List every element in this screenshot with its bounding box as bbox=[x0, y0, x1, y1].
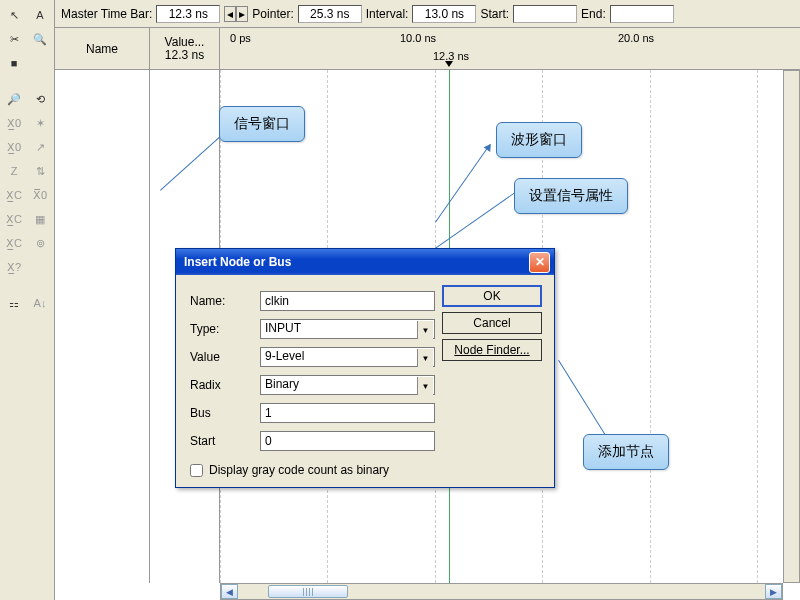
z-icon[interactable]: Z bbox=[2, 160, 26, 182]
type-label: Type: bbox=[190, 322, 260, 336]
name-label: Name: bbox=[190, 294, 260, 308]
type-combo[interactable]: INPUT▼ bbox=[260, 319, 435, 339]
pointer-label: Pointer: bbox=[252, 7, 293, 21]
pointer-field: 25.3 ns bbox=[298, 5, 362, 23]
xc-icon[interactable]: X̲C bbox=[2, 184, 26, 206]
sort-icon[interactable]: A↓ bbox=[28, 292, 52, 314]
horizontal-scrollbar[interactable]: ◀ ▶ bbox=[220, 583, 783, 600]
snow-icon[interactable]: ✶ bbox=[28, 112, 52, 134]
tick-1: 10.0 ns bbox=[400, 32, 436, 44]
scroll-left-icon[interactable]: ◀ bbox=[221, 584, 238, 599]
full-icon[interactable]: ■ bbox=[2, 52, 26, 74]
chevron-down-icon: ▼ bbox=[417, 321, 433, 339]
dialog-titlebar[interactable]: Insert Node or Bus ✕ bbox=[176, 249, 554, 275]
interval-field: 13.0 ns bbox=[412, 5, 476, 23]
value-combo[interactable]: 9-Level▼ bbox=[260, 347, 435, 367]
signal-panel[interactable] bbox=[55, 70, 150, 583]
find-icon[interactable]: 🔎 bbox=[2, 88, 26, 110]
vertical-scrollbar[interactable] bbox=[783, 70, 800, 583]
chevron-down-icon: ▼ bbox=[417, 349, 433, 367]
dialog-title: Insert Node or Bus bbox=[184, 255, 291, 269]
scroll-thumb[interactable] bbox=[268, 585, 348, 598]
callout-signal-window: 信号窗口 bbox=[219, 106, 305, 142]
master-time-stepper[interactable]: ◂▸ bbox=[224, 6, 248, 22]
qr-icon[interactable]: ⚏ bbox=[2, 292, 26, 314]
cancel-button[interactable]: Cancel bbox=[442, 312, 542, 334]
radix-label: Radix bbox=[190, 378, 260, 392]
radix-combo[interactable]: Binary▼ bbox=[260, 375, 435, 395]
bus-label: Bus bbox=[190, 406, 260, 420]
time-ruler[interactable]: 0 ps 10.0 ns 20.0 ns 12.3 ns bbox=[220, 28, 800, 69]
start-label: Start: bbox=[480, 7, 509, 21]
target-icon[interactable]: ⊚ bbox=[28, 232, 52, 254]
tick-0: 0 ps bbox=[230, 32, 251, 44]
value-label: Value bbox=[190, 350, 260, 364]
start-field[interactable] bbox=[260, 431, 435, 451]
refresh-icon[interactable]: ⟲ bbox=[28, 88, 52, 110]
insert-node-dialog: Insert Node or Bus ✕ Name: Type: INPUT▼ … bbox=[175, 248, 555, 488]
scroll-right-icon[interactable]: ▶ bbox=[765, 584, 782, 599]
close-icon[interactable]: ✕ bbox=[529, 252, 550, 273]
grid-icon[interactable]: ▦ bbox=[28, 208, 52, 230]
pointer-tool-icon[interactable]: ↖ bbox=[2, 4, 26, 26]
end-label: End: bbox=[581, 7, 606, 21]
column-header: Name Value... 12.3 ns 0 ps 10.0 ns 20.0 … bbox=[55, 28, 800, 70]
name-column-header[interactable]: Name bbox=[55, 28, 150, 69]
time-info-bar: Master Time Bar: 12.3 ns ◂▸ Pointer: 25.… bbox=[55, 0, 800, 28]
xbar-icon[interactable]: X̅0 bbox=[28, 184, 52, 206]
updown-icon[interactable]: ⇅ bbox=[28, 160, 52, 182]
text-tool-icon[interactable]: A bbox=[28, 4, 52, 26]
callout-set-attributes: 设置信号属性 bbox=[514, 178, 628, 214]
callout-wave-window: 波形窗口 bbox=[496, 122, 582, 158]
xu-icon[interactable]: X̲0 bbox=[2, 112, 26, 134]
tick-2: 20.0 ns bbox=[618, 32, 654, 44]
xc3-icon[interactable]: X̲C bbox=[2, 232, 26, 254]
ok-button[interactable]: OK bbox=[442, 285, 542, 307]
xc2-icon[interactable]: X̲C bbox=[2, 208, 26, 230]
arrow-icon[interactable]: ↗ bbox=[28, 136, 52, 158]
master-time-field[interactable]: 12.3 ns bbox=[156, 5, 220, 23]
start-label: Start bbox=[190, 434, 260, 448]
xq-icon[interactable]: X̲? bbox=[2, 256, 26, 278]
left-toolbar: ↖ A ✂ 🔍 ■ 🔎 ⟲ X̲0 ✶ X̲0 ↗ Z ⇅ X̲C X̅0 X̲… bbox=[0, 0, 55, 600]
gray-code-checkbox[interactable] bbox=[190, 464, 203, 477]
bus-field[interactable] bbox=[260, 403, 435, 423]
chevron-down-icon: ▼ bbox=[417, 377, 433, 395]
xu2-icon[interactable]: X̲0 bbox=[2, 136, 26, 158]
name-field[interactable] bbox=[260, 291, 435, 311]
interval-label: Interval: bbox=[366, 7, 409, 21]
end-field[interactable] bbox=[610, 5, 674, 23]
value-column-header[interactable]: Value... 12.3 ns bbox=[150, 28, 220, 69]
cursor-marker-icon[interactable] bbox=[445, 61, 453, 67]
node-finder-button[interactable]: Node Finder... bbox=[442, 339, 542, 361]
gray-code-label: Display gray code count as binary bbox=[209, 463, 389, 477]
cut-icon[interactable]: ✂ bbox=[2, 28, 26, 50]
master-time-label: Master Time Bar: bbox=[61, 7, 152, 21]
callout-add-node: 添加节点 bbox=[583, 434, 669, 470]
start-field[interactable] bbox=[513, 5, 577, 23]
zoom-icon[interactable]: 🔍 bbox=[28, 28, 52, 50]
